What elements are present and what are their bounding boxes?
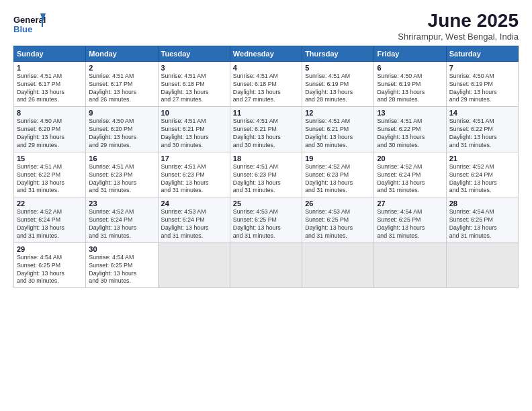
day-number: 30	[89, 245, 154, 253]
day-number: 14	[449, 109, 515, 117]
calendar-cell: 18 Sunrise: 4:51 AM Sunset: 6:23 PM Dayl…	[230, 152, 302, 197]
calendar-week-4: 22 Sunrise: 4:52 AM Sunset: 6:24 PM Dayl…	[14, 197, 519, 243]
sunset-label: Sunset: 6:25 PM	[305, 216, 349, 223]
daylight-minutes: and 31 minutes.	[449, 232, 492, 239]
calendar-cell: 13 Sunrise: 4:51 AM Sunset: 6:22 PM Dayl…	[374, 107, 446, 152]
sunset-label: Sunset: 6:22 PM	[377, 126, 420, 132]
day-number: 15	[17, 154, 83, 163]
calendar-cell	[446, 242, 518, 288]
sunrise-label: Sunrise: 4:51 AM	[233, 73, 278, 79]
calendar-cell: 24 Sunrise: 4:53 AM Sunset: 6:24 PM Dayl…	[158, 197, 230, 243]
daylight-minutes: and 30 minutes.	[17, 277, 59, 284]
daylight-minutes: and 31 minutes.	[233, 187, 275, 193]
sunset-label: Sunset: 6:24 PM	[17, 216, 60, 223]
daylight-label: Daylight: 13 hours	[89, 89, 136, 95]
calendar-cell: 10 Sunrise: 4:51 AM Sunset: 6:21 PM Dayl…	[158, 107, 230, 152]
col-saturday: Saturday	[446, 46, 518, 61]
day-info: Sunrise: 4:51 AM Sunset: 6:22 PM Dayligh…	[449, 118, 515, 150]
calendar-cell	[158, 242, 230, 288]
daylight-label: Daylight: 13 hours	[233, 224, 281, 231]
logo: General Blue	[13, 11, 46, 38]
daylight-minutes: and 27 minutes.	[233, 96, 275, 103]
sunrise-label: Sunrise: 4:50 AM	[377, 73, 422, 79]
col-sunday: Sunday	[14, 46, 86, 61]
daylight-minutes: and 31 minutes.	[305, 187, 347, 193]
daylight-label: Daylight: 13 hours	[449, 224, 497, 231]
daylight-label: Daylight: 13 hours	[161, 89, 209, 95]
daylight-minutes: and 30 minutes.	[161, 142, 204, 148]
calendar-cell: 4 Sunrise: 4:51 AM Sunset: 6:18 PM Dayli…	[230, 61, 302, 107]
day-number: 13	[377, 109, 443, 117]
header: General Blue June 2025 Shrirampur, West …	[13, 11, 519, 42]
sunrise-label: Sunrise: 4:54 AM	[17, 254, 62, 261]
sunset-label: Sunset: 6:21 PM	[233, 126, 277, 132]
sunset-label: Sunset: 6:22 PM	[449, 126, 493, 132]
calendar-cell: 17 Sunrise: 4:51 AM Sunset: 6:23 PM Dayl…	[158, 152, 230, 197]
page: General Blue June 2025 Shrirampur, West …	[0, 0, 532, 411]
day-number: 10	[161, 109, 227, 117]
calendar-cell: 19 Sunrise: 4:52 AM Sunset: 6:23 PM Dayl…	[302, 152, 374, 197]
sunrise-label: Sunrise: 4:53 AM	[233, 208, 278, 215]
day-number: 20	[377, 154, 443, 163]
sunset-label: Sunset: 6:20 PM	[17, 126, 60, 132]
logo-icon: General Blue	[13, 11, 46, 38]
day-number: 8	[17, 109, 83, 117]
day-info: Sunrise: 4:53 AM Sunset: 6:25 PM Dayligh…	[305, 208, 371, 240]
sunrise-label: Sunrise: 4:51 AM	[305, 73, 350, 79]
day-info: Sunrise: 4:51 AM Sunset: 6:18 PM Dayligh…	[233, 73, 299, 105]
daylight-minutes: and 31 minutes.	[377, 232, 419, 239]
daylight-minutes: and 31 minutes.	[161, 232, 204, 239]
sunset-label: Sunset: 6:25 PM	[17, 262, 60, 269]
day-info: Sunrise: 4:54 AM Sunset: 6:25 PM Dayligh…	[89, 254, 154, 286]
daylight-label: Daylight: 13 hours	[377, 134, 425, 140]
daylight-label: Daylight: 13 hours	[17, 179, 64, 186]
header-row: Sunday Monday Tuesday Wednesday Thursday…	[14, 46, 519, 61]
sunset-label: Sunset: 6:23 PM	[305, 171, 349, 178]
day-number: 26	[305, 199, 371, 208]
day-number: 7	[449, 64, 515, 72]
sunrise-label: Sunrise: 4:52 AM	[305, 163, 350, 170]
sunset-label: Sunset: 6:25 PM	[89, 262, 132, 269]
daylight-minutes: and 31 minutes.	[17, 187, 59, 193]
daylight-minutes: and 29 minutes.	[17, 142, 59, 148]
calendar-cell: 5 Sunrise: 4:51 AM Sunset: 6:19 PM Dayli…	[302, 61, 374, 107]
daylight-label: Daylight: 13 hours	[161, 134, 209, 140]
day-number: 28	[449, 199, 515, 208]
sunset-label: Sunset: 6:24 PM	[161, 216, 205, 223]
daylight-minutes: and 31 minutes.	[89, 232, 131, 239]
day-number: 9	[89, 109, 154, 117]
daylight-minutes: and 26 minutes.	[17, 96, 59, 103]
day-info: Sunrise: 4:52 AM Sunset: 6:23 PM Dayligh…	[305, 163, 371, 195]
calendar-cell: 8 Sunrise: 4:50 AM Sunset: 6:20 PM Dayli…	[14, 107, 86, 152]
sunset-label: Sunset: 6:23 PM	[89, 171, 132, 178]
day-info: Sunrise: 4:51 AM Sunset: 6:22 PM Dayligh…	[17, 163, 83, 195]
sunset-label: Sunset: 6:19 PM	[449, 81, 493, 87]
day-info: Sunrise: 4:50 AM Sunset: 6:19 PM Dayligh…	[449, 73, 515, 105]
calendar-cell: 14 Sunrise: 4:51 AM Sunset: 6:22 PM Dayl…	[446, 107, 518, 152]
calendar-week-5: 29 Sunrise: 4:54 AM Sunset: 6:25 PM Dayl…	[14, 242, 519, 288]
sunrise-label: Sunrise: 4:52 AM	[89, 208, 134, 215]
day-info: Sunrise: 4:50 AM Sunset: 6:20 PM Dayligh…	[89, 118, 154, 150]
day-info: Sunrise: 4:50 AM Sunset: 6:19 PM Dayligh…	[377, 73, 443, 105]
day-info: Sunrise: 4:52 AM Sunset: 6:24 PM Dayligh…	[377, 163, 443, 195]
day-number: 19	[305, 154, 371, 163]
calendar-cell: 23 Sunrise: 4:52 AM Sunset: 6:24 PM Dayl…	[86, 197, 158, 243]
daylight-minutes: and 31 minutes.	[449, 142, 492, 148]
sunrise-label: Sunrise: 4:52 AM	[449, 163, 494, 170]
calendar-cell: 6 Sunrise: 4:50 AM Sunset: 6:19 PM Dayli…	[374, 61, 446, 107]
daylight-minutes: and 31 minutes.	[17, 232, 59, 239]
daylight-label: Daylight: 13 hours	[377, 179, 425, 186]
day-number: 16	[89, 154, 154, 163]
day-number: 18	[233, 154, 299, 163]
daylight-label: Daylight: 13 hours	[449, 179, 497, 186]
day-number: 12	[305, 109, 371, 117]
day-number: 3	[161, 64, 227, 72]
daylight-minutes: and 30 minutes.	[233, 142, 275, 148]
calendar-cell: 28 Sunrise: 4:54 AM Sunset: 6:25 PM Dayl…	[446, 197, 518, 243]
calendar-cell	[374, 242, 446, 288]
daylight-label: Daylight: 13 hours	[89, 224, 136, 231]
sunset-label: Sunset: 6:22 PM	[17, 171, 60, 178]
sunrise-label: Sunrise: 4:52 AM	[17, 208, 62, 215]
calendar-cell: 29 Sunrise: 4:54 AM Sunset: 6:25 PM Dayl…	[14, 242, 86, 288]
sunrise-label: Sunrise: 4:50 AM	[89, 118, 134, 124]
